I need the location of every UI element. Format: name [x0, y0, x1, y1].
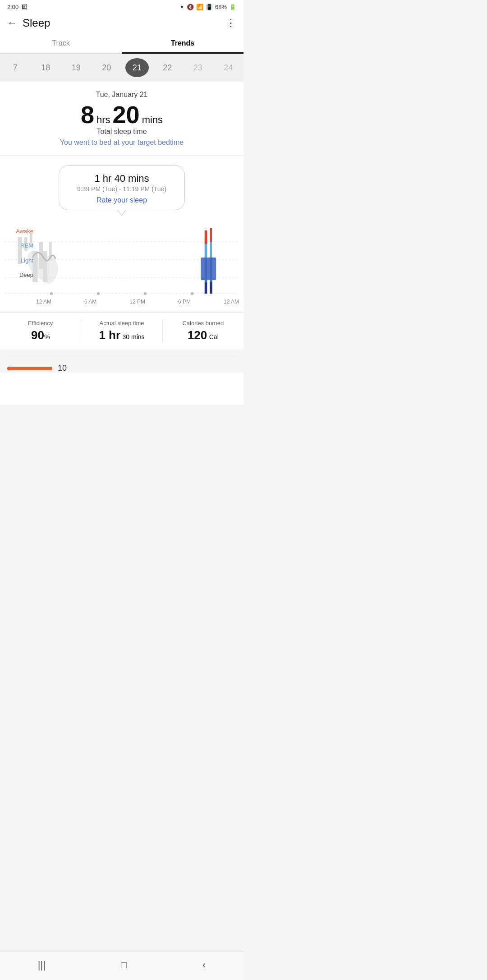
- bubble-duration: 1 hr 40 mins: [73, 173, 171, 184]
- target-bedtime-msg: You went to bed at your target bedtime: [0, 138, 244, 147]
- date-23[interactable]: 23: [183, 61, 213, 74]
- y-label-awake: Awake: [8, 228, 33, 235]
- sleep-chart-svg: [5, 224, 239, 296]
- time: 2:00: [7, 4, 18, 10]
- wifi-icon: 📶: [196, 4, 203, 10]
- actual-sleep-unit: 30 mins: [123, 333, 145, 340]
- efficiency-number: 90: [31, 328, 44, 342]
- svg-point-6: [144, 292, 147, 295]
- rate-sleep-button[interactable]: Rate your sleep: [73, 196, 171, 204]
- date-20[interactable]: 20: [92, 61, 122, 74]
- svg-point-5: [97, 292, 100, 295]
- status-bar: 2:00 🖼 ✦ 🔇 📶 📳 68% 🔋: [0, 0, 244, 12]
- date-19[interactable]: 19: [61, 61, 92, 74]
- svg-rect-19: [201, 258, 216, 280]
- sleep-time-display: 8 hrs 20 mins: [0, 102, 244, 127]
- stat-calories: Calories burned 120 Cal: [163, 320, 244, 342]
- status-time: 2:00 🖼: [7, 4, 27, 10]
- total-sleep-label: Total sleep time: [0, 128, 244, 136]
- sleep-bubble-wrap: 1 hr 40 mins 9:39 PM (Tue) - 11:19 PM (T…: [0, 156, 244, 210]
- x-label-12am: 12 AM: [36, 299, 51, 305]
- x-label-6am: 6 AM: [84, 299, 96, 305]
- bottom-number: 10: [58, 363, 67, 373]
- tab-trends[interactable]: Trends: [122, 34, 244, 53]
- tabs-container: Track Trends: [0, 34, 244, 54]
- main-content: Tue, January 21 8 hrs 20 mins Total slee…: [0, 82, 244, 405]
- x-label-12pm: 12 PM: [129, 299, 145, 305]
- calories-value: 120 Cal: [163, 328, 244, 342]
- y-axis: Awake REM Light Deep: [8, 224, 33, 282]
- sleep-chart-svg-wrap: [5, 224, 239, 296]
- sleep-hours: 8: [81, 101, 94, 128]
- x-label-6pm: 6 PM: [178, 299, 191, 305]
- date-24[interactable]: 24: [213, 61, 244, 74]
- date-selector: 7 18 19 20 21 22 23 24: [0, 54, 244, 82]
- bottom-section: 10: [0, 350, 244, 373]
- bubble-time-range: 9:39 PM (Tue) - 11:19 PM (Tue): [73, 185, 171, 193]
- orange-progress-bar: [7, 367, 52, 370]
- header: ← Sleep ⋮: [0, 12, 244, 34]
- more-button[interactable]: ⋮: [226, 17, 236, 29]
- sleep-hrs-unit: hrs: [96, 114, 110, 125]
- calories-label: Calories burned: [163, 320, 244, 327]
- mute-icon: 🔇: [187, 4, 194, 10]
- calories-unit: Cal: [209, 333, 219, 340]
- status-icons: ✦ 🔇 📶 📳 68% 🔋: [179, 4, 236, 10]
- actual-sleep-label: Actual sleep time: [81, 320, 162, 327]
- gallery-icon: 🖼: [21, 4, 27, 10]
- svg-point-7: [191, 292, 194, 295]
- sleep-mins-unit: mins: [142, 114, 163, 125]
- sleep-minutes: 20: [113, 101, 140, 128]
- stat-actual-sleep: Actual sleep time 1 hr 30 mins: [81, 320, 162, 342]
- y-label-deep: Deep: [8, 271, 33, 278]
- sleep-chart-area: Awake REM Light Deep: [0, 210, 244, 305]
- calories-number: 120: [188, 328, 207, 342]
- y-label-light: Light: [8, 257, 33, 264]
- x-label-12am-end: 12 AM: [224, 299, 239, 305]
- sleep-bubble: 1 hr 40 mins 9:39 PM (Tue) - 11:19 PM (T…: [59, 165, 185, 210]
- y-label-rem: REM: [8, 242, 33, 249]
- svg-point-4: [50, 292, 53, 295]
- signal-icon: 📳: [206, 4, 213, 10]
- battery-pct: 68%: [215, 4, 227, 10]
- actual-sleep-value: 1 hr 30 mins: [81, 328, 162, 342]
- battery-icon: 🔋: [229, 4, 236, 10]
- date-21-active[interactable]: 21: [125, 58, 149, 77]
- bluetooth-icon: ✦: [179, 4, 184, 10]
- x-axis: 12 AM 6 AM 12 PM 6 PM 12 AM: [5, 296, 239, 305]
- back-button[interactable]: ←: [7, 17, 17, 29]
- date-label: Tue, January 21: [0, 91, 244, 99]
- date-7[interactable]: 7: [0, 61, 31, 74]
- page-title: Sleep: [23, 17, 50, 29]
- date-22[interactable]: 22: [152, 61, 183, 74]
- efficiency-value: 90%: [0, 328, 81, 342]
- tab-track[interactable]: Track: [0, 34, 122, 53]
- actual-sleep-number: 1 hr: [99, 328, 120, 342]
- stats-row: Efficiency 90% Actual sleep time 1 hr 30…: [0, 312, 244, 350]
- divider-2: [7, 357, 236, 357]
- date-18[interactable]: 18: [31, 61, 61, 74]
- efficiency-label: Efficiency: [0, 320, 81, 327]
- efficiency-unit: %: [44, 333, 50, 340]
- stat-efficiency: Efficiency 90%: [0, 320, 81, 342]
